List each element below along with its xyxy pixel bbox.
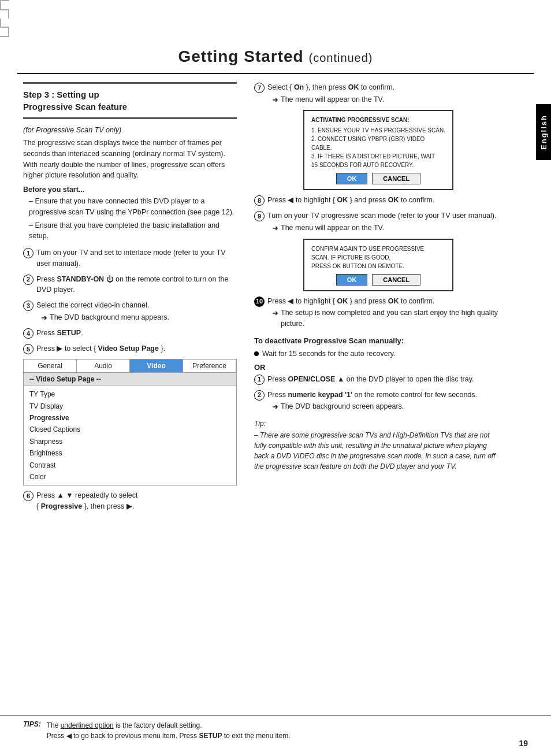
step-num-1: 1 <box>23 248 33 258</box>
dialog2-body: CONFIRM AGAIN TO USE PROGRESSIVE SCAN. I… <box>311 244 445 270</box>
step-num-5: 5 <box>23 344 33 354</box>
tab-preference[interactable]: Preference <box>183 360 236 372</box>
tab-general[interactable]: General <box>24 360 77 372</box>
corner-mark-br <box>0 28 9 37</box>
tab-audio[interactable]: Audio <box>77 360 130 372</box>
step-content-5: Press ▶ to select { Video Setup Page }. <box>36 343 237 354</box>
tip-section: Tip: – There are some progressive scan T… <box>254 418 502 472</box>
step-content-3: Select the correct video-in channel. ➜ T… <box>36 300 237 323</box>
steps-list-left: 1 Turn on your TV and set to interlace m… <box>23 247 237 354</box>
step-item-1: 1 Turn on your TV and set to interlace m… <box>23 247 237 269</box>
step-content-1: Turn on your TV and set to interlace mod… <box>36 247 237 269</box>
deact-step-num-1: 1 <box>254 375 265 385</box>
step-item-6: 6 Press ▲ ▼ repeatedly to select { Progr… <box>23 490 237 512</box>
left-column: Step 3 : Setting up Progressive Scan fea… <box>0 74 248 525</box>
dialog-confirm-progressive: CONFIRM AGAIN TO USE PROGRESSIVE SCAN. I… <box>303 239 453 291</box>
intro-body: The progressive scan displays twice the … <box>23 138 237 181</box>
page-header: Getting Started (continued) <box>0 37 551 71</box>
menu-item-sharpness: Sharpness <box>29 436 230 447</box>
tip-body: – There are some progressive scan TVs an… <box>254 430 502 472</box>
dash-item-1: – Ensure that you have connected this DV… <box>23 196 237 218</box>
menu-item-contrast: Contrast <box>29 459 230 471</box>
deact-step-content-1: Press OPEN/CLOSE ▲ on the DVD player to … <box>267 374 502 385</box>
deact-step-1: 1 Press OPEN/CLOSE ▲ on the DVD player t… <box>254 374 502 385</box>
tip-title: Tip: <box>254 418 502 429</box>
bullet-dot <box>254 351 259 356</box>
footer: TIPS: The underlined option is the facto… <box>0 715 551 746</box>
menu-table-title: -- Video Setup Page -- <box>24 373 236 386</box>
step-item-8: 8 Press ◀ to highlight { OK } and press … <box>254 195 502 206</box>
step-content-4: Press SETUP. <box>36 328 237 339</box>
step-item-5: 5 Press ▶ to select { Video Setup Page }… <box>23 343 237 354</box>
step-item-3: 3 Select the correct video-in channel. ➜… <box>23 300 237 323</box>
dialog2-ok-button[interactable]: OK <box>336 274 368 286</box>
menu-tabs: General Audio Video Preference <box>24 360 236 373</box>
dialog1-body: 1. ENSURE YOUR TV HAS PROGRESSIVE SCAN. … <box>311 126 445 169</box>
main-content: Step 3 : Setting up Progressive Scan fea… <box>0 74 551 525</box>
dialog1-cancel-button[interactable]: CANCEL <box>372 173 420 184</box>
step-item-2: 2 Press STANDBY-ON ⏻ on the remote contr… <box>23 274 237 296</box>
corner-mark-tr <box>0 9 9 18</box>
deact-step-content-2: Press numeric keypad '1' on the remote c… <box>267 390 502 413</box>
step-content-10: Press ◀ to highlight { OK } and press OK… <box>267 296 502 329</box>
corner-mark-bl <box>0 18 9 28</box>
step-content-2: Press STANDBY-ON ⏻ on the remote control… <box>36 274 237 296</box>
deact-step-2: 2 Press numeric keypad '1' on the remote… <box>254 390 502 413</box>
menu-item-brightness: Brightness <box>29 447 230 459</box>
footer-tips-label: TIPS: <box>23 720 41 728</box>
dash-item-2: – Ensure that you have completed the bas… <box>23 220 237 242</box>
italic-note: (for Progressive Scan TV only) <box>23 126 237 134</box>
deactivate-section: To deactivate Progressive Scan manually:… <box>254 336 502 472</box>
step-content-6: Press ▲ ▼ repeatedly to select { Progres… <box>36 490 237 512</box>
step-7-arrow: ➜ The menu will appear on the TV. <box>267 94 502 106</box>
step-item-4: 4 Press SETUP. <box>23 328 237 339</box>
step-9-arrow: ➜ The menu will appear on the TV. <box>267 223 502 234</box>
page-title: Getting Started (continued) <box>23 47 528 66</box>
deactivate-title: To deactivate Progressive Scan manually: <box>254 336 502 345</box>
page-number: 19 <box>519 739 528 748</box>
step-content-9: Turn on your TV progressive scan mode (r… <box>267 210 502 234</box>
menu-item-tv-display: TV Display <box>29 401 230 412</box>
menu-item-color: Color <box>29 471 230 483</box>
deact-step-num-2: 2 <box>254 390 265 401</box>
or-text: OR <box>254 363 502 372</box>
step-item-10: 10 Press ◀ to highlight { OK } and press… <box>254 296 502 329</box>
dialog2-buttons: OK CANCEL <box>311 274 445 286</box>
dialog1-ok-button[interactable]: OK <box>336 173 368 184</box>
dialog1-title: ACTIVATING PROGRESSIVE SCAN: <box>311 116 445 124</box>
dialog2-cancel-button[interactable]: CANCEL <box>372 274 420 286</box>
step-num-7: 7 <box>254 83 265 93</box>
step-10-arrow: ➜ The setup is now completed and you can… <box>267 307 502 329</box>
step-content-7: Select { On }, then press OK to confirm.… <box>267 82 502 105</box>
step-num-3: 3 <box>23 301 33 311</box>
menu-table-items: TY Type TV Display Progressive Closed Ca… <box>24 386 236 485</box>
corner-mark-tl <box>0 0 9 9</box>
menu-item-ty-type: TY Type <box>29 388 230 400</box>
step-heading: Step 3 : Setting up Progressive Scan fea… <box>23 88 237 113</box>
right-column: 7 Select { On }, then press OK to confir… <box>248 74 531 525</box>
deact-step-2-arrow: ➜ The DVD background screen appears. <box>267 401 502 413</box>
dialog-activate-progressive: ACTIVATING PROGRESSIVE SCAN: 1. ENSURE Y… <box>303 110 453 190</box>
menu-item-progressive: Progressive <box>29 412 230 424</box>
step-num-8: 8 <box>254 195 265 206</box>
step-item-9: 9 Turn on your TV progressive scan mode … <box>254 210 502 234</box>
tab-video[interactable]: Video <box>130 360 183 372</box>
step-num-2: 2 <box>23 275 33 285</box>
video-setup-menu: General Audio Video Preference -- Video … <box>23 359 237 486</box>
step-num-10: 10 <box>254 297 265 307</box>
english-tab: English <box>536 104 551 160</box>
footer-text: The underlined option is the factory def… <box>47 720 291 741</box>
dialog1-buttons: OK CANCEL <box>311 173 445 184</box>
deactivate-bullet-item: Wait for 15 seconds for the auto recover… <box>254 349 502 360</box>
step-num-9: 9 <box>254 211 265 221</box>
step-item-7: 7 Select { On }, then press OK to confir… <box>254 82 502 105</box>
menu-item-closed-captions: Closed Captions <box>29 424 230 435</box>
before-start-label: Before you start... <box>23 186 237 194</box>
step-3-arrow: ➜ The DVD background menu appears. <box>36 312 237 324</box>
step-content-8: Press ◀ to highlight { OK } and press OK… <box>267 195 502 206</box>
step-num-4: 4 <box>23 328 33 339</box>
step-heading-box: Step 3 : Setting up Progressive Scan fea… <box>23 82 237 119</box>
step-num-6: 6 <box>23 491 33 501</box>
